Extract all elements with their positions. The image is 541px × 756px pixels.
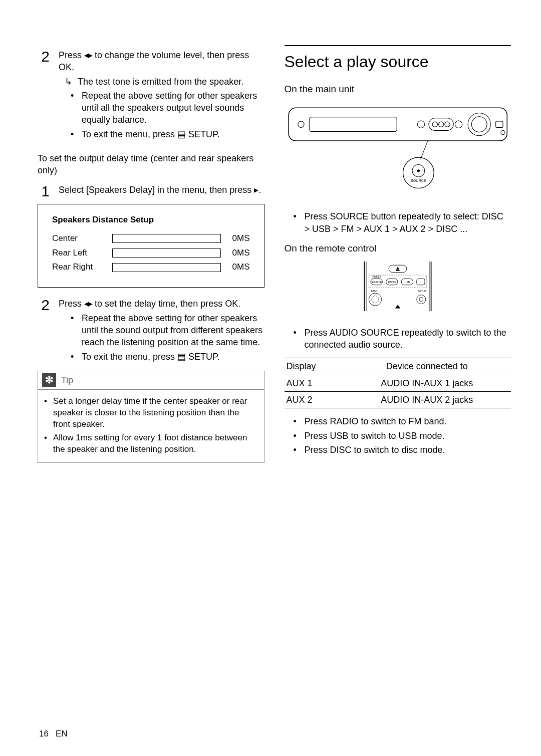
- table-cell: AUDIO IN-AUX 2 jacks: [343, 391, 511, 408]
- bullet-radio: Press RADIO to switch to FM band.: [285, 415, 511, 427]
- table-header-device: Device connected to: [343, 358, 511, 375]
- bullet-text: To exit the menu, press: [82, 129, 177, 139]
- setup-value-field: [112, 234, 221, 243]
- table-cell: AUDIO IN-AUX 1 jacks: [343, 375, 511, 391]
- svg-point-14: [403, 157, 434, 188]
- section-heading: Select a play source: [285, 45, 511, 73]
- table-cell: AUX 1: [285, 375, 343, 391]
- bullet-audio-source: Press AUDIO SOURCE repeatedly to switch …: [285, 327, 511, 351]
- svg-point-36: [372, 296, 379, 303]
- left-right-keys-icon: [84, 50, 92, 60]
- page-lang: EN: [56, 729, 68, 738]
- setup-label: Rear Right: [52, 262, 112, 273]
- setup-row-rear-right: Rear Right 0MS: [52, 262, 250, 273]
- source-label-icon: SOURCE: [411, 178, 426, 183]
- bullet-text: SETUP.: [186, 352, 220, 362]
- tip-bullet: Allow 1ms setting for every 1 foot dista…: [44, 432, 258, 455]
- bullet-text: To exit the menu, press: [82, 352, 177, 362]
- svg-point-8: [455, 121, 462, 128]
- svg-rect-11: [495, 121, 502, 127]
- bullet-disc: Press DISC to switch to disc mode.: [285, 444, 511, 456]
- setup-label: Center: [52, 233, 112, 244]
- setup-value: 0MS: [221, 247, 250, 259]
- step-number: 2: [38, 49, 50, 142]
- page-number: 16: [39, 729, 49, 738]
- setup-value-field: [112, 248, 221, 258]
- step-number: 2: [38, 298, 50, 364]
- svg-point-37: [417, 295, 426, 304]
- step-1-delay: 1 Select [Speakers Delay] in the menu, t…: [38, 184, 264, 199]
- svg-point-35: [369, 293, 381, 306]
- svg-rect-23: [396, 271, 399, 272]
- tip-label: Tip: [61, 374, 73, 386]
- setup-menu-icon: ▤: [177, 352, 186, 362]
- bullet-usb: Press USB to switch to USB mode.: [285, 430, 511, 442]
- setup-label: Rear Left: [52, 247, 112, 259]
- setup-row-rear-left: Rear Left 0MS: [52, 247, 250, 259]
- svg-text:USB: USB: [405, 282, 410, 284]
- svg-rect-0: [289, 108, 507, 141]
- main-unit-illustration: SOURCE: [285, 103, 511, 198]
- remote-control-illustration: AUDIO SOURCE RADIO USB DISC SETUP: [285, 262, 511, 314]
- tip-bullet: Set a longer delay time if the center sp…: [44, 396, 258, 430]
- bullet-item: To exit the menu, press ▤ SETUP.: [71, 351, 264, 363]
- svg-point-1: [298, 121, 304, 127]
- step-2-volume: 2 Press to change the volume level, then…: [38, 49, 264, 142]
- right-column: Select a play source On the main unit: [285, 45, 511, 463]
- delay-intro-paragraph: To set the output delay time (center and…: [38, 152, 264, 177]
- right-key-icon: ▸: [254, 185, 258, 195]
- step-number: 1: [38, 184, 50, 199]
- table-row: AUX 2 AUDIO IN-AUX 2 jacks: [285, 391, 511, 408]
- svg-text:AUDIO: AUDIO: [372, 276, 381, 279]
- svg-text:RADIO: RADIO: [388, 282, 396, 284]
- svg-marker-22: [396, 267, 399, 270]
- bullet-source: Press SOURCE button repeatedly to select…: [285, 210, 511, 235]
- speakers-distance-setup-box: Speakers Distance Setup Center 0MS Rear …: [38, 204, 264, 288]
- svg-text:SETUP: SETUP: [417, 290, 426, 293]
- svg-point-6: [438, 122, 443, 127]
- svg-rect-32: [417, 279, 425, 286]
- setup-value-field: [112, 263, 221, 272]
- tip-asterisk-icon: ✻: [42, 373, 56, 387]
- step-text: to set the delay time, then press OK.: [92, 299, 240, 309]
- bullet-text: SETUP.: [186, 129, 220, 139]
- left-column: 2 Press to change the volume level, then…: [38, 45, 264, 463]
- subheading-main-unit: On the main unit: [285, 83, 511, 96]
- bullet-item: To exit the menu, press ▤ SETUP.: [71, 128, 264, 140]
- result-arrow-icon: ↳: [64, 76, 73, 88]
- svg-point-10: [471, 117, 487, 132]
- svg-line-13: [420, 141, 427, 159]
- svg-point-16: [417, 169, 419, 172]
- setup-box-title: Speakers Distance Setup: [52, 214, 250, 226]
- svg-rect-38: [419, 298, 423, 301]
- svg-point-5: [432, 122, 437, 127]
- step-text: .: [258, 185, 261, 195]
- table-cell: AUX 2: [285, 391, 343, 408]
- tip-box: ✻ Tip Set a longer delay time if the cen…: [38, 371, 264, 463]
- svg-rect-2: [309, 117, 397, 132]
- step-2-delay: 2 Press to set the delay time, then pres…: [38, 298, 264, 364]
- bullet-item: Repeat the above setting for other speak…: [71, 312, 264, 349]
- table-header-display: Display: [285, 358, 343, 375]
- setup-menu-icon: ▤: [177, 129, 186, 139]
- step-text: Press: [59, 299, 84, 309]
- page-footer: 16 EN: [39, 729, 68, 739]
- setup-value: 0MS: [221, 233, 250, 244]
- aux-table: Display Device connected to AUX 1 AUDIO …: [285, 358, 511, 408]
- result-text: The test tone is emitted from the speake…: [78, 76, 243, 88]
- subheading-remote: On the remote control: [285, 242, 511, 255]
- step-text: Select [Speakers Delay] in the menu, the…: [59, 185, 254, 195]
- bullet-item: Repeat the above setting for other speak…: [71, 90, 264, 126]
- table-row: AUX 1 AUDIO IN-AUX 1 jacks: [285, 375, 511, 391]
- svg-point-12: [500, 130, 504, 134]
- svg-point-7: [444, 122, 449, 127]
- svg-text:DISC: DISC: [371, 290, 378, 293]
- svg-point-3: [417, 121, 424, 128]
- left-right-keys-icon: [84, 299, 92, 309]
- svg-marker-39: [395, 305, 400, 309]
- setup-row-center: Center 0MS: [52, 233, 250, 244]
- setup-value: 0MS: [221, 262, 250, 273]
- step-text: Press: [59, 50, 84, 60]
- svg-text:SOURCE: SOURCE: [371, 282, 382, 284]
